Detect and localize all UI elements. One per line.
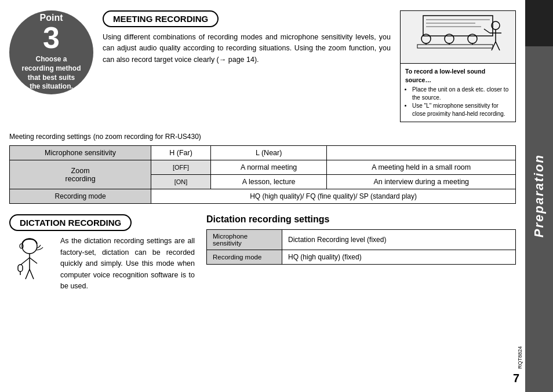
meeting-settings-title: Meeting recording settings (no zoom reco… [9, 131, 516, 141]
dictation-label-1: Microphone sensitivity [207, 230, 282, 250]
page-number: 7 [513, 372, 519, 385]
meeting-recording-section: MEETING RECORDING Using different combin… [103, 10, 391, 122]
dictation-table: Microphone sensitivity Dictation Recordi… [206, 229, 516, 265]
svg-line-20 [21, 258, 30, 265]
dictation-row-1: Microphone sensitivity Dictation Recordi… [207, 230, 516, 250]
svg-rect-10 [417, 45, 493, 48]
dictation-left: DICTATION RECORDING [9, 214, 195, 292]
recording-table: Microphone sensitivity H (Far) L (Near) … [9, 145, 516, 204]
point-subtitle: Choose a recording method that best suit… [21, 55, 81, 91]
right-tab: Preparation [525, 0, 553, 392]
note-item-2: Use "L" microphone sensitivity for close… [412, 102, 511, 118]
point-number: 3 [43, 23, 60, 53]
dictation-row-2: Recording mode HQ (high quality) (fixed) [207, 250, 516, 265]
meeting-settings-section: Meeting recording settings (no zoom reco… [9, 131, 516, 204]
zoom-on-l: An interview during a meeting [327, 175, 516, 189]
illustration-note: To record a low-level sound source… Plac… [401, 63, 515, 122]
svg-rect-22 [18, 265, 23, 272]
zoom-off-label: [OFF] [151, 160, 211, 175]
dictation-value-1: Dictation Recording level (fixed) [282, 230, 516, 250]
dictation-illustration [9, 236, 50, 284]
table-row-recording-mode: Recording mode HQ (high quality)/ FQ (fi… [10, 189, 516, 204]
zoom-on-label: [ON] [151, 175, 211, 189]
bottom-section: DICTATION RECORDING [9, 214, 516, 292]
recording-mode-label: Recording mode [10, 189, 151, 204]
svg-line-8 [496, 42, 500, 50]
svg-point-18 [20, 244, 23, 248]
rqt-code: RQT8824 [517, 346, 523, 369]
meeting-recording-title: MEETING RECORDING [103, 10, 219, 27]
dictation-label-2: Recording mode [207, 250, 282, 265]
meeting-illustration-area [401, 11, 515, 63]
zoom-off-h: A normal meeting [210, 160, 327, 175]
svg-line-25 [30, 269, 34, 279]
illustration-note-list: Place the unit on a desk etc. closer to … [405, 86, 511, 118]
recording-mode-value: HQ (high quality)/ FQ (fine quality)/ SP… [151, 189, 516, 204]
table-header-l: L (Near) [210, 146, 327, 160]
table-header-row: Microphone sensitivity H (Far) L (Near) [10, 146, 516, 160]
svg-rect-0 [423, 16, 493, 36]
dictation-settings-title: Dictation recording settings [206, 214, 516, 225]
tab-label: Preparation [532, 154, 547, 237]
table-header-mic: Microphone sensitivity [10, 146, 151, 160]
top-section: Point 3 Choose a recording method that b… [9, 10, 516, 122]
svg-line-21 [30, 258, 37, 263]
point-circle: Point 3 Choose a recording method that b… [9, 10, 93, 94]
dictation-value-2: HQ (high quality) (fixed) [282, 250, 516, 265]
illustration-box: To record a low-level sound source… Plac… [400, 10, 516, 122]
table-header-h: H (Far) [151, 146, 211, 160]
zoom-on-h: A lesson, lecture [210, 175, 327, 189]
note-item-1: Place the unit on a desk etc. closer to … [412, 86, 511, 102]
zoom-recording-label: Zoomrecording [10, 160, 151, 189]
illustration-note-title: To record a low-level sound source… [405, 67, 511, 84]
zoom-off-l: A meeting held in a small room [327, 160, 516, 175]
svg-line-9 [484, 29, 490, 33]
meeting-recording-description: Using different combinations of recordin… [103, 32, 391, 65]
dictation-recording-title: DICTATION RECORDING [9, 214, 132, 231]
dictation-person-svg [9, 236, 50, 282]
table-row-zoom-off: Zoomrecording [OFF] A normal meeting A m… [10, 160, 516, 175]
svg-line-24 [26, 269, 30, 279]
dictation-content-row: As the dictation recording settings are … [9, 236, 195, 292]
dictation-right: Dictation recording settings Microphone … [206, 214, 516, 292]
dictation-description: As the dictation recording settings are … [60, 236, 195, 292]
page-container: Point 3 Choose a recording method that b… [0, 0, 553, 392]
main-content: Point 3 Choose a recording method that b… [0, 0, 525, 392]
meeting-illustration-svg [406, 13, 510, 62]
